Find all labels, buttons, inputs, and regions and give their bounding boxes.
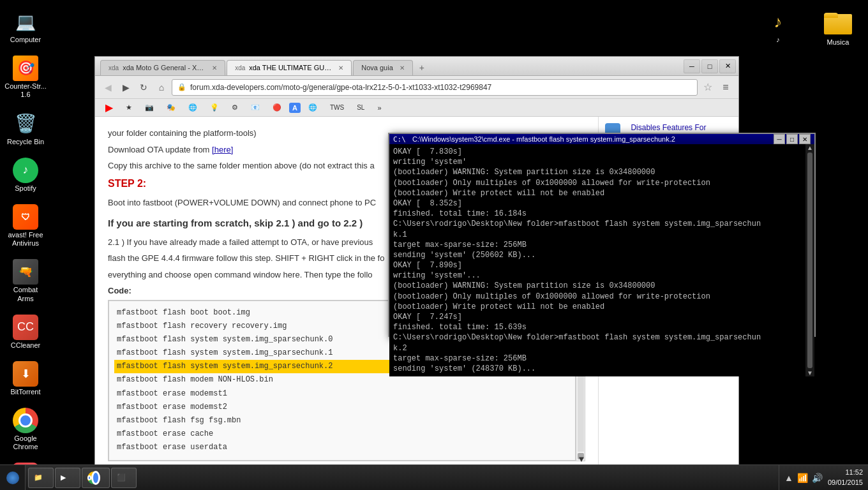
cmd-line: OKAY [ 7.890s]: [393, 260, 802, 271]
desktop-icon-combat-arms[interactable]: 🔫 Combat Arms: [2, 256, 49, 305]
taskbar-media-player[interactable]: ▶: [55, 468, 80, 488]
bookmark-star[interactable]: ★: [121, 102, 137, 113]
minimize-button[interactable]: ─: [684, 59, 700, 73]
bookmark-globe2[interactable]: 🌐: [303, 102, 322, 113]
close-button[interactable]: ✕: [719, 59, 736, 73]
cmd-line: (bootloader) Only multiples of 0x1000000…: [393, 292, 802, 302]
start-button[interactable]: [0, 465, 26, 491]
media-player-icon: ▶: [61, 473, 66, 482]
taskbar-tray: ▲ 📶 🔊 11:52 09/01/2015: [779, 465, 868, 490]
back-button[interactable]: ◀: [100, 80, 116, 95]
desktop-icon-recycle-bin[interactable]: 🗑️ Recycle Bin: [2, 108, 49, 149]
bookmark-tws[interactable]: TWS: [325, 103, 349, 112]
cmd-line: (bootloader) WARNING: System partition s…: [393, 281, 802, 291]
ccleaner-icon: CC: [13, 315, 38, 340]
desktop-icon-avast[interactable]: 🛡 avast! Free Antivirus: [2, 202, 49, 250]
bookmark-gear[interactable]: ⚙: [227, 102, 243, 113]
cmd-window: C:\ C:\Windows\system32\cmd.exe - mfastb…: [388, 133, 816, 337]
tab2-label: xda THE ULTIMATE GUIDE TO: [249, 64, 332, 71]
desktop-icon-bittorrent[interactable]: ⬇ BitTorrent: [2, 359, 49, 399]
bookmarks-bar: ▶ ★ 📷 🎭 🌐 💡 ⚙ 📧 🔴 A 🌐 TWS SL »: [95, 99, 738, 117]
taskbar-chrome[interactable]: [82, 468, 110, 488]
desktop-icon-computer[interactable]: 💻 Computer: [2, 6, 49, 47]
desktop-icon-counter-strike[interactable]: 🎯 Counter-Str... 1.6: [2, 53, 49, 101]
desktop-icon-ccleaner[interactable]: CC CCleaner: [2, 312, 49, 352]
browser-window-controls: ─ □ ✕: [684, 59, 736, 73]
cmd-minimize-button[interactable]: ─: [774, 134, 785, 144]
tab2-favicon: xda: [235, 64, 245, 71]
tray-volume-icon[interactable]: 🔊: [812, 473, 823, 483]
cmd-title-text: C:\Windows\system32\cmd.exe - mfastboot …: [412, 135, 770, 143]
combat-arms-icon: 🔫: [13, 259, 38, 285]
taskbar: 📁 ▶ ⬛ ▲ 📶 🔊 11:52 09/01: [0, 464, 868, 490]
bookmark-a[interactable]: A: [289, 103, 301, 113]
here-link[interactable]: [here]: [212, 145, 233, 154]
cmd-scroll-up[interactable]: ▲: [807, 144, 813, 151]
maximize-button[interactable]: □: [701, 59, 718, 73]
new-tab-button[interactable]: +: [414, 60, 430, 75]
musica-label: Musica: [827, 38, 849, 47]
cmd-line: (bootloader) Only multiples of 0x1000000…: [393, 178, 802, 188]
desktop-icon-music-note[interactable]: ♪ ♪: [754, 6, 802, 49]
desktop-icon-chrome[interactable]: Google Chrome: [2, 405, 49, 454]
cmd-line: k.1: [393, 230, 802, 240]
cmd-line: OKAY [ 8.352s]: [393, 198, 802, 209]
tab-ultimate-guide[interactable]: xda xda THE ULTIMATE GUIDE TO ✕: [227, 60, 352, 75]
desktop-icon-musica[interactable]: Musica: [814, 6, 862, 49]
code-line-8: mfastboot flash fsg fsg.mbn: [114, 414, 570, 427]
bookmark-more[interactable]: »: [372, 103, 386, 113]
clock-time: 11:52: [828, 468, 863, 477]
tab3-close-button[interactable]: ✕: [400, 64, 405, 71]
bookmark-youtube[interactable]: ▶: [100, 100, 118, 115]
bookmark-sl[interactable]: SL: [352, 103, 370, 112]
cmd-window-controls: ─ □ ✕: [774, 134, 811, 144]
file-explorer-icon: 📁: [34, 473, 43, 482]
tray-network-icon[interactable]: 📶: [797, 473, 808, 483]
scrollbar-down-arrow[interactable]: ▼: [578, 453, 584, 459]
taskbar-cmd[interactable]: ⬛: [111, 468, 137, 488]
tab3-label: Nova guia: [361, 64, 393, 71]
refresh-button[interactable]: ↻: [136, 80, 151, 95]
cmd-scrollbar[interactable]: ▲ ▼: [805, 144, 814, 376]
clock-date: 09/01/2015: [828, 478, 863, 487]
combat-arms-label: Combat Arms: [4, 286, 47, 302]
recycle-bin-icon: 🗑️: [13, 111, 38, 137]
cmd-scroll-down[interactable]: ▼: [807, 369, 813, 376]
cmd-close-button[interactable]: ✕: [799, 134, 811, 144]
code-line-7: mfastboot erase modemst2: [114, 401, 570, 414]
forward-button[interactable]: ▶: [118, 80, 133, 95]
taskbar-chrome-icon: [87, 471, 100, 484]
desktop-icon-spotify[interactable]: ♪ Spotify: [2, 155, 49, 195]
clock[interactable]: 11:52 09/01/2015: [828, 468, 863, 487]
tab-nova-guia[interactable]: Nova guia ✕: [353, 60, 413, 75]
cmd-line: target max-sparse-size: 256MB: [393, 353, 802, 364]
menu-button[interactable]: ≡: [718, 80, 733, 95]
bookmark-red[interactable]: 🔴: [267, 102, 287, 113]
home-button[interactable]: ⌂: [154, 80, 169, 95]
tray-expand-icon[interactable]: ▲: [784, 473, 793, 483]
counter-strike-label: Counter-Str... 1.6: [4, 82, 47, 99]
cmd-maximize-button[interactable]: □: [786, 134, 798, 144]
tab1-close-button[interactable]: ✕: [212, 64, 217, 71]
taskbar-file-explorer[interactable]: 📁: [28, 468, 54, 488]
browser-titlebar: xda xda Moto G General - XDA Fo... ✕ xda…: [95, 57, 738, 76]
tab-moto-g-general[interactable]: xda xda Moto G General - XDA Fo... ✕: [100, 60, 225, 75]
avast-icon: 🛡: [13, 204, 38, 230]
cmd-line: OKAY [ 7.247s]: [393, 312, 802, 322]
cmd-line: writing 'system': [393, 157, 802, 167]
bookmark-cam[interactable]: 📷: [140, 102, 159, 113]
bookmark-bulb[interactable]: 💡: [205, 102, 224, 113]
cmd-line: finished. total time: 16.184s: [393, 209, 802, 219]
browser-tabs: xda xda Moto G General - XDA Fo... ✕ xda…: [98, 57, 684, 75]
code-line-6: mfastboot erase modemst1: [114, 387, 570, 401]
cmd-line: finished. total time: 15.639s: [393, 322, 802, 332]
tab2-close-button[interactable]: ✕: [338, 64, 343, 71]
tab1-label: xda Moto G General - XDA Fo...: [123, 64, 206, 71]
bookmark-mail[interactable]: 📧: [246, 102, 265, 113]
bookmark-globe[interactable]: 🌐: [183, 102, 202, 113]
music-note-icon: ♪: [765, 9, 791, 34]
bookmark-theater[interactable]: 🎭: [161, 102, 181, 113]
cmd-taskbar-icon: ⬛: [117, 473, 126, 482]
bookmark-star-button[interactable]: ☆: [700, 80, 715, 95]
address-bar[interactable]: 🔒 forum.xda-developers.com/moto-g/genera…: [172, 79, 698, 96]
